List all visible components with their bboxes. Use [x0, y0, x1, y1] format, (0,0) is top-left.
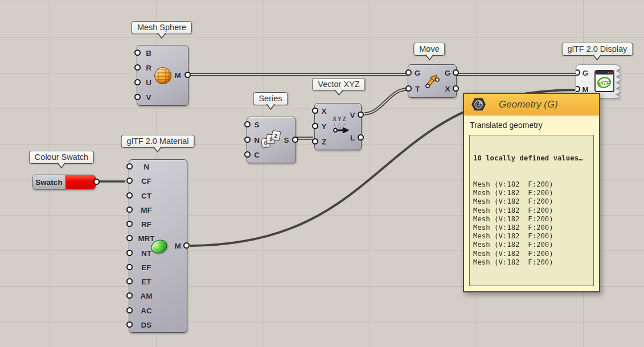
output-pin[interactable]: [358, 111, 364, 118]
input-param: ET: [132, 275, 161, 289]
value-row: Mesh (V:182 F:200): [473, 215, 590, 224]
parameter-tooltip: Geometry (G) Translated geometry 10 loca…: [463, 93, 600, 292]
input-param: B: [140, 46, 158, 60]
nameplate-gltf-display: glTF 2.0 Display: [562, 43, 633, 56]
output-params: M: [171, 160, 184, 332]
input-pin[interactable]: [134, 49, 141, 56]
param-label: S: [280, 136, 293, 144]
output-pin[interactable]: [453, 69, 459, 76]
component-colour-swatch[interactable]: Swatch: [32, 175, 96, 189]
mesh-sphere-icon: [154, 67, 171, 84]
wire-vector-to-move[interactable]: [364, 89, 407, 114]
tooltip-title: Geometry (G): [499, 99, 558, 110]
input-pin[interactable]: [312, 138, 318, 144]
output-pin[interactable]: [292, 137, 298, 143]
input-param: C: [249, 147, 264, 163]
input-param: N: [132, 160, 161, 174]
value-row: Mesh (V:182 F:200): [473, 180, 590, 189]
input-pin[interactable]: [126, 321, 133, 328]
value-rows: Mesh (V:182 F:200)Mesh (V:182 F:200)Mesh…: [473, 180, 590, 267]
output-param: X: [441, 81, 454, 98]
input-param: CF: [132, 174, 161, 188]
param-label: V: [140, 93, 158, 102]
param-label: Z: [317, 138, 331, 146]
nameplate-label: glTF 2.0 Display: [568, 44, 627, 53]
svg-text:XYZ: XYZ: [333, 116, 347, 122]
series-icon: 0 1 2: [261, 131, 280, 148]
component-series[interactable]: S N C 0 1 2 S: [247, 117, 296, 163]
nameplate-pointer: [424, 55, 434, 60]
input-pin[interactable]: [405, 69, 412, 76]
value-row: Mesh (V:182 F:200): [473, 232, 590, 241]
tooltip-value-list: 10 locally defined values… Mesh (V:182 F…: [469, 135, 594, 286]
value-row: Mesh (V:182 F:200): [473, 197, 590, 206]
input-param: G: [579, 65, 592, 81]
component-gltf-material[interactable]: N CF CT MF RF MRT NT EF: [129, 159, 187, 333]
input-pin[interactable]: [244, 121, 251, 127]
input-param: EF: [132, 261, 161, 275]
param-label: EF: [132, 263, 161, 272]
value-row: Mesh (V:182 F:200): [473, 250, 590, 258]
nameplate-pointer: [56, 163, 67, 168]
param-label: C: [249, 151, 264, 159]
input-param: V: [140, 90, 158, 105]
input-pin[interactable]: [126, 264, 133, 270]
nameplate-label: Mesh Sphere: [137, 23, 186, 32]
input-pin[interactable]: [126, 250, 133, 256]
input-pin[interactable]: [312, 123, 318, 129]
nameplate-label: Move: [419, 44, 439, 53]
input-pin[interactable]: [126, 206, 133, 213]
input-pin[interactable]: [312, 108, 318, 114]
tooltip-header: Geometry (G): [464, 94, 599, 115]
component-vector-xyz[interactable]: X Y Z XYZ V L: [314, 103, 362, 150]
input-param: T: [411, 81, 424, 98]
output-param: M: [170, 46, 186, 105]
input-params: G T: [411, 65, 424, 97]
output-pin[interactable]: [183, 242, 190, 249]
value-row: Mesh (V:182 F:200): [473, 241, 590, 249]
value-row: Mesh (V:182 F:200): [473, 224, 590, 232]
param-label: B: [140, 49, 158, 57]
param-label: ET: [132, 278, 161, 286]
value-row: Mesh (V:182 F:200): [473, 258, 590, 267]
output-pin[interactable]: [184, 72, 191, 78]
swatch-color-well[interactable]: [66, 175, 95, 189]
output-param: M: [171, 160, 184, 332]
value-list-header: 10 locally defined values…: [473, 154, 590, 163]
nameplate-colour-swatch: Colour Swatch: [29, 151, 94, 164]
vector-xyz-icon: XYZ: [329, 114, 351, 139]
nameplate-pointer: [592, 55, 602, 60]
geometry-hexagon-icon: [471, 97, 486, 111]
input-pin[interactable]: [126, 192, 133, 199]
component-mesh-sphere[interactable]: B R U V M: [137, 45, 188, 106]
input-pin[interactable]: [126, 307, 133, 313]
output-pin[interactable]: [93, 179, 100, 185]
param-label: AM: [132, 292, 161, 300]
nameplate-pointer: [153, 147, 163, 152]
nameplate-gltf-material: glTF 2.0 Material: [121, 135, 195, 148]
output-params: S: [280, 117, 293, 163]
component-move[interactable]: G T G X: [408, 64, 457, 98]
nameplate-label: Series: [259, 94, 282, 103]
param-label: M: [170, 71, 186, 80]
grasshopper-canvas[interactable]: Mesh Sphere Series Vector XYZ Move glTF …: [0, 0, 644, 347]
input-param: CT: [132, 189, 161, 203]
param-label: G: [441, 69, 454, 77]
param-label: G: [411, 69, 424, 77]
input-pin[interactable]: [134, 64, 141, 71]
param-label: X: [441, 85, 454, 93]
material-blob-icon: [151, 240, 167, 253]
tooltip-subtitle: Translated geometry: [464, 115, 599, 131]
input-pin[interactable]: [244, 137, 251, 143]
param-label: N: [132, 163, 161, 171]
swatch-grip-label[interactable]: Swatch: [32, 175, 66, 189]
param-label: CF: [132, 177, 161, 185]
param-label: CT: [132, 192, 161, 200]
param-label: G: [579, 69, 592, 77]
nameplate-pointer: [157, 33, 167, 39]
param-label: RF: [132, 220, 161, 229]
nameplate-move: Move: [413, 43, 445, 56]
move-arrow-icon: [423, 72, 441, 93]
value-row: Mesh (V:182 F:200): [473, 206, 590, 215]
output-params: G X: [441, 65, 454, 97]
